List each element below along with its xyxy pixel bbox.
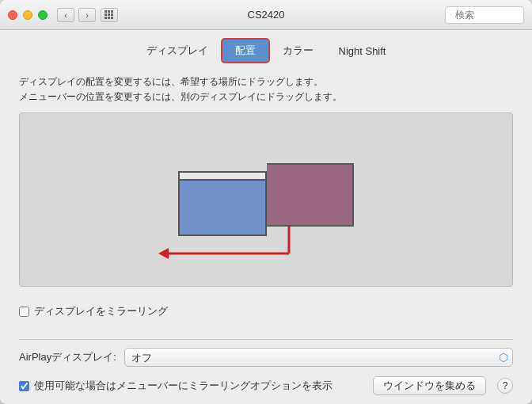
tab-color[interactable]: カラー xyxy=(270,40,326,62)
search-box[interactable] xyxy=(445,6,524,24)
svg-rect-5 xyxy=(111,13,113,16)
search-icon xyxy=(450,10,452,20)
minimize-button[interactable] xyxy=(23,10,32,20)
tab-display[interactable]: ディスプレイ xyxy=(134,40,221,62)
window-title: CS2420 xyxy=(248,9,285,21)
airplay-select-wrapper: オフ オン ⬡ xyxy=(124,348,513,367)
monitor-left[interactable] xyxy=(178,171,267,236)
svg-rect-8 xyxy=(111,17,113,19)
maximize-button[interactable] xyxy=(38,10,48,20)
back-button[interactable]: ‹ xyxy=(57,8,74,22)
menu-mirror-label: 使用可能な場合はメニューバーにミラーリングオプションを表示 xyxy=(34,379,332,393)
content-area: ディスプレイの配置を変更するには、希望する場所にドラッグします。 メニューバーの… xyxy=(0,63,532,404)
traffic-lights xyxy=(8,10,48,20)
actions-group: ウインドウを集める ? xyxy=(373,376,513,395)
svg-rect-0 xyxy=(104,10,107,13)
svg-marker-13 xyxy=(158,248,169,259)
nav-buttons: ‹ › xyxy=(57,8,96,22)
description-line1: ディスプレイの配置を変更するには、希望する場所にドラッグします。 xyxy=(19,74,513,90)
monitor-right[interactable] xyxy=(267,163,354,227)
search-input[interactable] xyxy=(455,10,519,21)
tabbar: ディスプレイ 配置 カラー Night Shift xyxy=(0,30,532,63)
grid-button[interactable] xyxy=(101,8,118,22)
display-arrangement-area[interactable] xyxy=(19,112,513,287)
tab-nightshift[interactable]: Night Shift xyxy=(326,41,399,61)
titlebar: ‹ › CS2420 xyxy=(0,0,532,30)
bottom-row: 使用可能な場合はメニューバーにミラーリングオプションを表示 ウインドウを集める … xyxy=(19,376,513,395)
svg-point-9 xyxy=(450,14,451,15)
main-window: ‹ › CS2420 ディスプレイ xyxy=(0,0,532,404)
description-text: ディスプレイの配置を変更するには、希望する場所にドラッグします。 メニューバーの… xyxy=(19,74,513,105)
svg-rect-2 xyxy=(111,10,113,13)
airplay-label: AirPlayディスプレイ: xyxy=(19,350,116,364)
menu-mirror-row: 使用可能な場合はメニューバーにミラーリングオプションを表示 xyxy=(19,379,332,393)
svg-rect-6 xyxy=(104,17,107,19)
mirror-row: ディスプレイをミラーリング xyxy=(19,304,513,318)
airplay-select[interactable]: オフ オン xyxy=(124,348,513,367)
svg-line-10 xyxy=(451,15,452,16)
svg-rect-3 xyxy=(104,13,107,16)
mirror-label: ディスプレイをミラーリング xyxy=(34,304,168,318)
close-button[interactable] xyxy=(8,10,17,20)
forward-button[interactable]: › xyxy=(78,8,96,22)
mirror-checkbox[interactable] xyxy=(19,307,29,317)
svg-rect-1 xyxy=(108,10,110,13)
help-button[interactable]: ? xyxy=(497,378,513,394)
svg-rect-4 xyxy=(108,13,110,16)
gather-windows-button[interactable]: ウインドウを集める xyxy=(373,376,486,395)
airplay-row: AirPlayディスプレイ: オフ オン ⬡ xyxy=(19,348,513,367)
description-line2: メニューバーの位置を変更するには、別のディスプレイにドラッグします。 xyxy=(19,90,513,105)
svg-rect-7 xyxy=(108,17,110,19)
tab-arrangement[interactable]: 配置 xyxy=(221,38,270,63)
menu-mirror-checkbox[interactable] xyxy=(19,381,29,391)
